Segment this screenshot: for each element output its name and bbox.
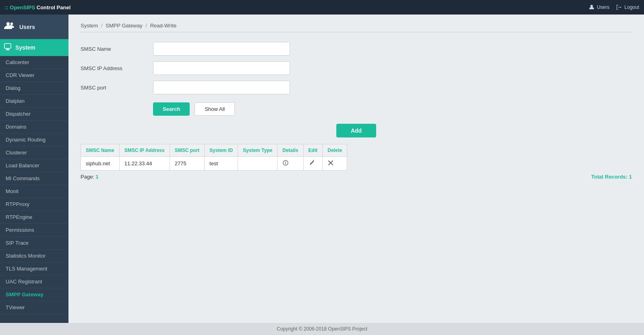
sidebar-item-cdr-viewer[interactable]: CDR Viewer	[0, 69, 68, 82]
svg-rect-3	[4, 44, 11, 48]
sidebar: Users System Callcenter CDR Viewer Dialo…	[0, 15, 68, 323]
sidebar-item-dialplan[interactable]: Dialplan	[0, 95, 68, 108]
logout-icon	[616, 4, 622, 10]
breadcrumb-smpp: SMPP Gateway	[106, 23, 143, 29]
smsc-ip-label: SMSC IP Address	[81, 65, 153, 71]
cell-details[interactable]	[277, 157, 303, 171]
col-details: Details	[277, 144, 303, 157]
show-all-button[interactable]: Show All	[195, 102, 235, 116]
sidebar-item-dispatcher[interactable]: Dispatcher	[0, 108, 68, 121]
smsc-name-input[interactable]	[153, 42, 290, 56]
sidebar-users[interactable]: Users	[0, 15, 68, 39]
smsc-port-label: SMSC port	[81, 85, 153, 91]
main-layout: Users System Callcenter CDR Viewer Dialo…	[0, 15, 644, 323]
sidebar-item-statistics-monitor[interactable]: Statistics Monitor	[0, 250, 68, 262]
sidebar-item-dialog[interactable]: Dialog	[0, 82, 68, 95]
edit-icon[interactable]	[309, 160, 315, 166]
svg-rect-5	[6, 50, 10, 50]
svg-rect-4	[6, 49, 9, 50]
delete-icon[interactable]	[327, 160, 334, 166]
results-table: SMSC Name SMSC IP Address SMSC port Syst…	[81, 144, 347, 171]
add-button[interactable]: Add	[336, 124, 376, 137]
logout-topbar-label: Logout	[624, 4, 639, 10]
results-table-wrap: SMSC Name SMSC IP Address SMSC port Syst…	[81, 144, 632, 180]
main-content: System / SMPP Gateway / Read-Write SMSC …	[68, 15, 644, 323]
table-body: siphub.net 11.22.33.44 2775 test	[81, 157, 347, 171]
col-smsc-name: SMSC Name	[81, 144, 120, 157]
sidebar-item-permissions[interactable]: Permissions	[0, 224, 68, 237]
total-records: Total Records: 1	[591, 174, 632, 180]
pagination-row: Page: 1 Total Records: 1	[81, 174, 632, 180]
sidebar-item-monit[interactable]: Monit	[0, 185, 68, 198]
cell-smsc-ip: 11.22.33.44	[119, 157, 170, 171]
sidebar-item-domains[interactable]: Domains	[0, 121, 68, 133]
users-sidebar-icon	[4, 20, 15, 33]
topbar: :: OpenSIPS Control Panel Users Logout	[0, 0, 644, 15]
topbar-actions: Users Logout	[588, 4, 639, 10]
add-row: Add	[81, 124, 632, 137]
users-topbar-button[interactable]: Users	[588, 4, 609, 10]
search-buttons: Search Show All	[153, 102, 632, 116]
cell-system-type	[238, 157, 277, 171]
breadcrumb-separator	[81, 32, 632, 32]
sidebar-system-label: System	[15, 44, 35, 51]
footer: Copyright © 2006-2018 OpenSIPS Project	[0, 323, 644, 335]
system-sidebar-icon	[4, 43, 11, 52]
sidebar-menu: Callcenter CDR Viewer Dialog Dialplan Di…	[0, 56, 68, 314]
sidebar-system[interactable]: System	[0, 39, 68, 56]
smsc-port-input[interactable]	[153, 81, 290, 94]
col-smsc-port: SMSC port	[170, 144, 204, 157]
table-row: siphub.net 11.22.33.44 2775 test	[81, 157, 347, 171]
col-system-id: System ID	[205, 144, 238, 157]
details-icon[interactable]	[282, 160, 289, 166]
breadcrumb-divider-1: /	[101, 23, 103, 29]
app-title: :: OpenSIPS Control Panel	[5, 4, 70, 10]
sidebar-item-mi-commands[interactable]: MI Commands	[0, 172, 68, 185]
cell-smsc-port: 2775	[170, 157, 204, 171]
logout-topbar-button[interactable]: Logout	[616, 4, 639, 10]
breadcrumb: System / SMPP Gateway / Read-Write	[81, 23, 632, 29]
svg-point-2	[10, 23, 13, 25]
svg-rect-8	[285, 162, 286, 164]
col-system-type: System Type	[238, 144, 277, 157]
smsc-name-group: SMSC Name	[81, 42, 632, 56]
footer-text: Copyright © 2006-2018 OpenSIPS Project	[277, 326, 367, 332]
sidebar-item-smpp-gateway[interactable]: SMPP Gateway	[0, 288, 68, 301]
smsc-ip-group: SMSC IP Address	[81, 61, 632, 75]
breadcrumb-divider-2: /	[145, 23, 147, 29]
cell-smsc-name: siphub.net	[81, 157, 120, 171]
sidebar-item-tviewer[interactable]: TViewer	[0, 301, 68, 314]
smsc-port-group: SMSC port	[81, 81, 632, 94]
sidebar-item-callcenter[interactable]: Callcenter	[0, 56, 68, 69]
page-number[interactable]: 1	[96, 174, 99, 180]
breadcrumb-readwrite: Read-Write	[150, 23, 177, 29]
sidebar-item-tls-management[interactable]: TLS Management	[0, 262, 68, 275]
col-delete: Delete	[323, 144, 347, 157]
sidebar-item-clusterer[interactable]: Clusterer	[0, 146, 68, 159]
svg-point-1	[6, 22, 10, 25]
page-label: Page:	[81, 174, 94, 180]
cell-edit[interactable]	[303, 157, 323, 171]
breadcrumb-system: System	[81, 23, 98, 29]
sidebar-item-rtpproxy[interactable]: RTPProxy	[0, 198, 68, 211]
col-smsc-ip: SMSC IP Address	[119, 144, 170, 157]
sidebar-item-rtpengine[interactable]: RTPEngine	[0, 211, 68, 224]
users-topbar-label: Users	[597, 4, 609, 10]
smsc-ip-input[interactable]	[153, 61, 290, 75]
col-edit: Edit	[303, 144, 323, 157]
search-button[interactable]: Search	[153, 102, 190, 116]
table-header-row: SMSC Name SMSC IP Address SMSC port Syst…	[81, 144, 347, 157]
table-header: SMSC Name SMSC IP Address SMSC port Syst…	[81, 144, 347, 157]
sidebar-item-sip-trace[interactable]: SIP Trace	[0, 237, 68, 250]
page-info: Page: 1	[81, 174, 99, 180]
sidebar-item-dynamic-routing[interactable]: Dynamic Routing	[0, 133, 68, 146]
cell-system-id: test	[205, 157, 238, 171]
sidebar-users-label: Users	[19, 24, 35, 30]
sidebar-item-load-balancer[interactable]: Load Balancer	[0, 159, 68, 172]
cell-delete[interactable]	[323, 157, 347, 171]
svg-point-7	[285, 162, 286, 162]
user-icon	[588, 4, 595, 10]
smsc-name-label: SMSC Name	[81, 46, 153, 52]
sidebar-item-uac-registrant[interactable]: UAC Registrant	[0, 275, 68, 288]
